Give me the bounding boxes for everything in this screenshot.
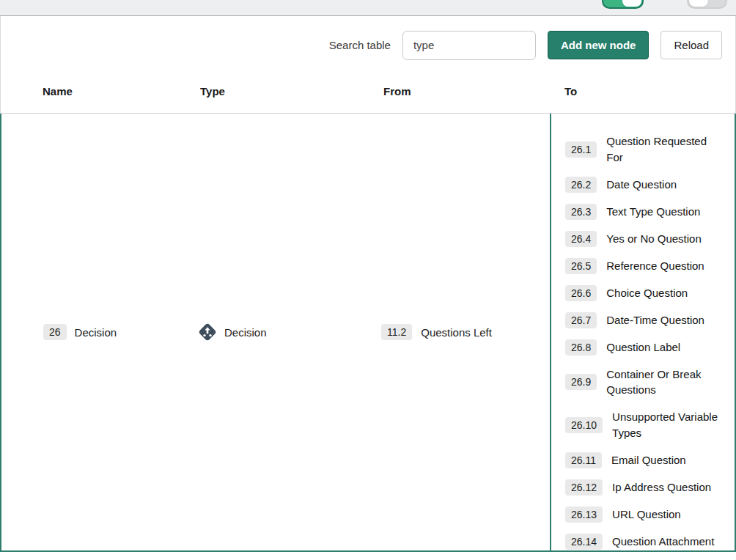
to-node-label: Question Attachment xyxy=(612,534,714,550)
to-node-label: Email Question xyxy=(611,452,686,468)
to-node-item: 26.1 Question Requested For xyxy=(565,133,725,166)
to-node-id-badge: 26.1 xyxy=(565,141,597,158)
to-cell: 26.1 Question Requested For 26.2 Date Qu… xyxy=(550,114,735,550)
to-node-label: Reference Question xyxy=(606,258,704,274)
type-cell: Decision xyxy=(161,114,345,550)
to-node-item: 26.14 Question Attachment xyxy=(565,534,714,550)
to-node-label: Ip Address Question xyxy=(612,479,711,495)
name-cell: 26 Decision xyxy=(1,114,161,550)
column-header-from: From xyxy=(345,85,551,97)
from-node-id-badge: 11.2 xyxy=(381,324,412,340)
to-node-id-badge: 26.6 xyxy=(565,285,597,301)
to-node-item: 26.10 Unsupported Variable Types xyxy=(565,409,727,441)
toggle-knob xyxy=(622,0,641,7)
to-node-item: 26.12 Ip Address Question xyxy=(565,479,711,495)
to-node-label: Question Requested For xyxy=(606,133,725,166)
table-header-row: Name Type From To xyxy=(1,70,735,114)
to-node-item: 26.11 Email Question xyxy=(565,452,686,468)
to-node-label: Date-Time Question xyxy=(606,312,704,328)
column-header-to: To xyxy=(551,85,735,97)
to-node-id-badge: 26.3 xyxy=(565,204,597,220)
toggle-knob xyxy=(689,0,708,7)
to-node-id-badge: 26.13 xyxy=(565,506,603,523)
to-node-id-badge: 26.10 xyxy=(565,417,603,433)
to-node-item: 26.7 Date-Time Question xyxy=(565,312,704,328)
table-body: 26 Decision Decision 11.2 Questions Left… xyxy=(0,114,736,552)
to-node-item: 26.8 Question Label xyxy=(565,339,680,355)
add-new-node-button[interactable]: Add new node xyxy=(548,31,649,59)
to-node-label: URL Question xyxy=(612,506,681,523)
to-node-id-badge: 26.5 xyxy=(565,258,597,274)
search-input[interactable] xyxy=(402,31,536,60)
from-node-label: Questions Left xyxy=(421,326,492,339)
to-node-label: Date Question xyxy=(606,177,677,193)
node-type-label: Decision xyxy=(224,326,267,339)
top-status-bar xyxy=(0,0,736,16)
to-node-id-badge: 26.9 xyxy=(565,374,597,390)
to-node-id-badge: 26.14 xyxy=(565,534,603,550)
to-node-item: 26.5 Reference Question xyxy=(565,258,704,274)
column-header-type: Type xyxy=(162,85,345,97)
to-node-id-badge: 26.11 xyxy=(565,452,602,468)
reload-button[interactable]: Reload xyxy=(660,31,722,59)
to-node-item: 26.6 Choice Question xyxy=(565,285,688,301)
table-toolbar: Search table Add new node Reload xyxy=(1,16,735,70)
from-cell: 11.2 Questions Left xyxy=(345,114,550,550)
to-node-label: Question Label xyxy=(606,339,680,355)
toggle-switch-on[interactable] xyxy=(602,0,644,9)
to-node-id-badge: 26.12 xyxy=(565,479,603,495)
to-node-item: 26.13 URL Question xyxy=(565,506,681,523)
table-card-header: Search table Add new node Reload Name Ty… xyxy=(0,16,736,114)
search-table-label: Search table xyxy=(329,39,391,51)
toggle-switch-off[interactable] xyxy=(687,0,727,9)
to-node-label: Choice Question xyxy=(606,285,688,301)
to-node-item: 26.9 Container Or Break Questions xyxy=(565,366,725,399)
node-name-label: Decision xyxy=(75,326,117,339)
to-node-item: 26.2 Date Question xyxy=(565,177,677,193)
to-node-item: 26.4 Yes or No Question xyxy=(565,231,702,247)
to-node-id-badge: 26.4 xyxy=(565,231,597,247)
to-node-label: Unsupported Variable Types xyxy=(612,409,727,441)
table-row: 26 Decision Decision 11.2 Questions Left… xyxy=(1,114,735,550)
decision-diamond-icon xyxy=(196,321,218,343)
column-header-name: Name xyxy=(1,85,162,97)
to-node-label: Container Or Break Questions xyxy=(606,366,725,399)
to-node-item: 26.3 Text Type Question xyxy=(565,204,700,220)
node-id-badge: 26 xyxy=(43,324,67,340)
to-node-label: Text Type Question xyxy=(606,204,700,220)
to-node-id-badge: 26.2 xyxy=(565,177,597,193)
to-node-id-badge: 26.7 xyxy=(565,312,597,328)
to-node-label: Yes or No Question xyxy=(606,231,702,247)
to-node-id-badge: 26.8 xyxy=(565,339,597,355)
